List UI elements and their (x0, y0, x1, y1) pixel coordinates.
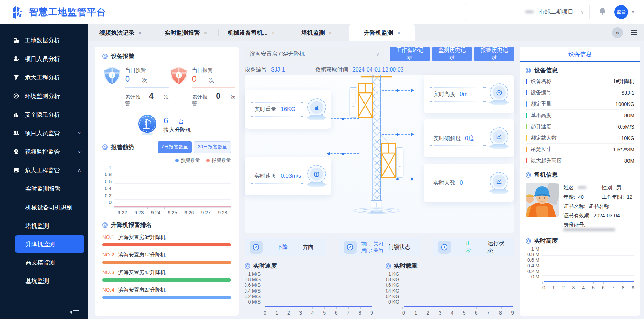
avatar[interactable]: 监管 (614, 5, 628, 19)
alarm-panel-title-row: 设备报警 (102, 52, 231, 60)
device-no-value: SJJ-1 (271, 67, 285, 73)
compass-icon (344, 241, 357, 254)
arrow-left-icon (327, 118, 359, 119)
total-alarm-label: 累计报警 (192, 94, 212, 107)
tab-label: 升降机监测 (364, 29, 393, 37)
avatar-caret-icon[interactable]: ▼ (631, 10, 635, 14)
project-select[interactable]: 南部二期项目 ∨ (465, 4, 590, 20)
target-icon (102, 54, 108, 59)
panel-title: 设备信息 (534, 66, 558, 74)
table-row: 基本高度80M (526, 110, 634, 121)
sidebar-item-video-supervision[interactable]: 视频监控监管 ∨ (0, 142, 88, 161)
top-header: 智慧工地监管平台 南部二期项目 ∨ 监管 ▼ (0, 0, 644, 24)
trend-legend: 预警数量 报警数量 (102, 157, 231, 164)
today-alarm-value: 0 (192, 74, 197, 84)
trend-7day-button[interactable]: 7日报警数量 (158, 141, 192, 153)
driver-age-value: 40 (578, 192, 584, 201)
chevron-up-icon: ∧ (78, 168, 81, 173)
logo-icon (10, 5, 25, 19)
driver-gender-label: 性别: (602, 183, 613, 192)
device-no-label: 设备编号 (245, 66, 267, 74)
monitor-history-button[interactable]: 监测历史记录 (432, 47, 472, 61)
driver-years-label: 工作年限: (602, 192, 624, 201)
tabs-scroll-left-button[interactable]: « (612, 27, 623, 38)
tab-elevator-active[interactable]: 升降机监测 × (349, 24, 415, 41)
alarm-history-button[interactable]: 报警历史记录 (474, 47, 514, 61)
tab-realtime-alarm[interactable]: 实时监测报警 × (153, 24, 219, 41)
target-icon (102, 144, 108, 150)
rank-list-item: NO.3滨海安置房4#升降机 (102, 269, 231, 282)
sidebar-subitem-foundation-pit[interactable]: 基坑监测 (0, 272, 88, 290)
close-icon[interactable]: × (204, 30, 207, 36)
chevron-down-icon: ∨ (376, 51, 379, 57)
arrow-right-icon (382, 90, 413, 91)
realtime-people-card: 实时人数0 (424, 164, 514, 202)
sidebar-item-personnel-supervision[interactable]: 项目人员监管 ∨ (0, 124, 88, 142)
tab-bar: 视频执法记录 × 实时监测报警 × 机械设备司机... × 塔机监测 × 升降机… (88, 24, 644, 41)
device-info-header: 设备信息 (520, 47, 640, 62)
rank-number: NO.3 (102, 269, 114, 275)
driver-info-title-row: 司机信息 (526, 171, 634, 179)
row-color-bar (526, 101, 527, 107)
close-icon[interactable]: × (329, 30, 332, 36)
panel-title: 升降机报警排名 (111, 221, 152, 229)
realtime-load-chart: 实时载重 1 KG 0.8 KG 0.6 KG 0.4 KG 0.2 KG 0 … (386, 262, 514, 316)
speed-icon (313, 171, 320, 178)
chart-title: 实时高度 (534, 237, 558, 245)
close-icon[interactable]: × (272, 30, 275, 36)
sidebar-item-site-data[interactable]: 工地数据分析 (0, 31, 88, 50)
arrow-right-icon (382, 134, 413, 135)
today-warning-value: 0 (125, 74, 130, 84)
close-icon[interactable]: × (397, 30, 400, 36)
sidebar-subitem-realtime-alarm[interactable]: 实时监测报警 (0, 179, 88, 198)
metric-label: 实时速度 (254, 173, 276, 180)
hoist-tower-illustration (345, 74, 407, 214)
tab-menu-icon[interactable] (631, 30, 637, 35)
rear-door-status: 后门: 关闭 (361, 247, 383, 254)
sidebar-item-environment-analysis[interactable]: 环境监测分析 (0, 87, 88, 105)
sidebar-item-label: 安全隐患分析 (25, 111, 60, 119)
row-color-bar (526, 90, 527, 95)
sidebar-collapse-button[interactable] (70, 310, 79, 314)
tab-label: 机械设备司机... (228, 29, 268, 37)
sidebar-item-label: 环境监测分析 (25, 92, 60, 100)
trend-30day-button[interactable]: 30日报警数量 (194, 141, 231, 153)
metric-label: 实时倾斜度 (433, 135, 461, 142)
svg-text:!: ! (111, 73, 113, 78)
sidebar-item-major-project-analysis[interactable]: 危大工程分析 (0, 68, 88, 87)
row-color-bar (526, 135, 527, 141)
notification-bell-button[interactable] (599, 7, 606, 17)
sidebar-item-label: 工地数据分析 (25, 36, 60, 44)
height-x-axis: 01 23 45 67 89 (542, 285, 634, 290)
crane-circle-icon (137, 114, 158, 136)
compass-icon (438, 241, 451, 254)
close-icon[interactable]: × (139, 30, 142, 36)
sidebar-item-label: 项目人员分析 (25, 55, 60, 63)
sidebar-subitem-elevator-active[interactable]: 升降机监测 (15, 235, 84, 253)
device-select[interactable]: 滨海安置房 / 3#升降机 ∨ (245, 47, 384, 61)
sidebar-item-personnel-analysis[interactable]: 项目人员分析 (0, 50, 88, 68)
direction-label: 方向 (303, 244, 314, 251)
unit-label: 次 (231, 94, 236, 100)
fetch-time-value: 2024-04-01 12:00:03 (352, 67, 404, 73)
today-alarm-label: 当日报警 (192, 67, 236, 74)
red-shield-icon: ! (169, 66, 189, 86)
sidebar-item-safety-hazard-analysis[interactable]: 安全隐患分析 (0, 105, 88, 124)
tab-video-enforcement[interactable]: 视频执法记录 × (88, 24, 153, 41)
sidebar-subitem-tower-crane[interactable]: 塔机监测 (0, 217, 88, 235)
sidebar-subitem-driver-recognition[interactable]: 机械设备司机识别 (0, 198, 88, 217)
redacted-id-number (563, 228, 615, 231)
tab-tower-crane[interactable]: 塔机监测 × (284, 24, 349, 41)
tab-driver-recognition[interactable]: 机械设备司机... × (219, 24, 284, 41)
driver-age-label: 年龄: (563, 192, 575, 201)
chart-title: 实时速度 (253, 262, 277, 270)
run-status-label: 运行状态 (488, 240, 509, 254)
work-cycle-record-button[interactable]: 工作循环记录 (390, 47, 430, 61)
row-color-bar (526, 113, 527, 118)
rank-list-item: NO.1滨海安置房3#升降机 (102, 234, 231, 246)
total-warning-value: 4 (149, 91, 154, 101)
sidebar-item-major-project-supervision[interactable]: 危大工程监管 ∧ (0, 161, 88, 179)
rank-bar (102, 296, 231, 299)
person-check-icon (13, 56, 19, 62)
sidebar-subitem-high-formwork[interactable]: 高支模监测 (0, 253, 88, 272)
